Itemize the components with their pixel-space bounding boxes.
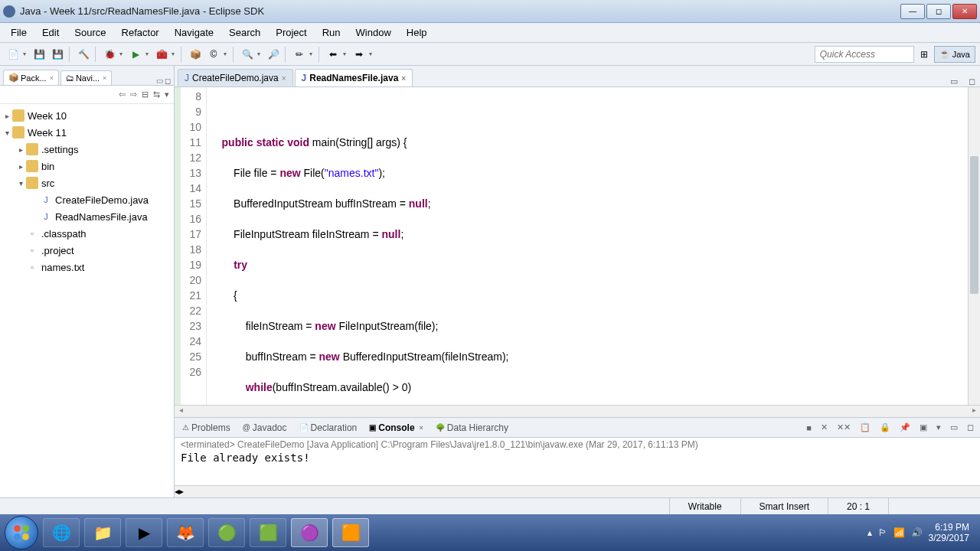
link-editor-icon[interactable]: ⇆ xyxy=(153,90,160,99)
tree-file-names[interactable]: ▫ names.txt xyxy=(2,259,172,276)
package-explorer-tab[interactable]: 📦 Pack... × xyxy=(3,70,59,85)
menu-edit[interactable]: Edit xyxy=(34,24,67,41)
menu-search[interactable]: Search xyxy=(221,24,268,41)
open-type-icon[interactable]: 🔍 xyxy=(239,46,256,63)
editor-vertical-scrollbar[interactable] xyxy=(968,87,980,405)
expand-icon[interactable]: ▸ xyxy=(2,112,12,120)
close-tab-icon[interactable]: × xyxy=(401,74,406,83)
close-icon[interactable]: × xyxy=(420,424,423,432)
remove-launch-icon[interactable]: ✕ xyxy=(819,422,829,432)
fwd-nav-icon[interactable]: ⇨ xyxy=(130,90,137,99)
menu-source[interactable]: Source xyxy=(67,24,113,41)
taskbar-firefox-icon[interactable]: 🦊 xyxy=(167,518,204,547)
java-perspective-button[interactable]: ☕ Java xyxy=(934,46,975,63)
taskbar-ie-icon[interactable]: 🌐 xyxy=(43,518,80,547)
editor-tab-createfiledemo[interactable]: J CreateFileDemo.java × xyxy=(178,69,293,86)
navigator-tree[interactable]: ▸ Week 10 ▾ Week 11 ▸ .settings ▸ bin ▾ xyxy=(0,104,174,497)
forward-icon[interactable]: ➡ xyxy=(351,46,368,63)
tree-file-readnamesfile[interactable]: J ReadNamesFile.java xyxy=(2,208,172,225)
debug-icon[interactable]: 🐞 xyxy=(101,46,118,63)
save-icon[interactable]: 💾 xyxy=(31,46,47,63)
declaration-tab[interactable]: 📄Declaration xyxy=(296,420,361,435)
scroll-lock-icon[interactable]: 🔒 xyxy=(878,422,892,432)
minimize-button[interactable]: — xyxy=(900,4,925,19)
tray-expand-icon[interactable]: ▴ xyxy=(867,527,872,538)
console-horizontal-scrollbar[interactable]: ◂ ▸ xyxy=(175,485,980,497)
maximize-button[interactable]: ◻ xyxy=(926,4,951,19)
ext-tools-icon[interactable]: 🧰 xyxy=(153,46,170,63)
expand-icon[interactable]: ▸ xyxy=(15,145,26,154)
tray-network-icon[interactable]: 📶 xyxy=(893,527,905,538)
system-tray[interactable]: ▴ 🏳 📶 🔊 6:19 PM 3/29/2017 xyxy=(867,522,975,543)
close-icon[interactable]: × xyxy=(50,74,54,82)
tray-volume-icon[interactable]: 🔊 xyxy=(911,527,923,538)
build-icon[interactable]: 🔨 xyxy=(75,46,92,63)
menu-run[interactable]: Run xyxy=(315,24,348,41)
scroll-right-icon[interactable]: ▸ xyxy=(968,406,980,417)
toggle-mark-icon[interactable]: ✏ xyxy=(291,46,308,63)
taskbar-eclipse-icon[interactable]: 🟣 xyxy=(291,518,328,547)
expand-icon[interactable]: ▸ xyxy=(15,162,26,171)
collapse-all-icon[interactable]: ⊟ xyxy=(142,90,149,99)
panel-maximize-icon[interactable]: ◻ xyxy=(965,422,975,432)
open-perspective-icon[interactable]: ⊞ xyxy=(916,46,933,63)
open-console-icon[interactable]: ▾ xyxy=(935,422,942,432)
tree-file-project[interactable]: ▫ .project xyxy=(2,242,172,259)
back-nav-icon[interactable]: ⇦ xyxy=(119,90,126,99)
new-class-icon[interactable]: © xyxy=(205,46,222,63)
save-all-icon[interactable]: 💾 xyxy=(49,46,66,63)
editor-minimize-icon[interactable]: ▭ xyxy=(946,77,962,86)
new-package-icon[interactable]: 📦 xyxy=(187,46,204,63)
close-button[interactable]: ✕ xyxy=(952,4,977,19)
quick-access-input[interactable] xyxy=(815,46,914,63)
run-icon[interactable]: ▶ xyxy=(127,46,144,63)
minimize-icon[interactable]: ▭ xyxy=(156,77,163,85)
remove-all-icon[interactable]: ✕✕ xyxy=(835,422,852,432)
taskbar-clock[interactable]: 6:19 PM 3/29/2017 xyxy=(929,522,969,543)
taskbar-chrome-icon[interactable]: 🟢 xyxy=(208,518,245,547)
collapse-icon[interactable]: ▾ xyxy=(15,179,26,187)
menu-window[interactable]: Window xyxy=(348,24,399,41)
tree-folder-week11[interactable]: ▾ Week 11 xyxy=(2,124,172,141)
taskbar-explorer-icon[interactable]: 📁 xyxy=(84,518,121,547)
menu-help[interactable]: Help xyxy=(399,24,435,41)
terminate-icon[interactable]: ■ xyxy=(805,423,813,432)
tree-file-createfiledemo[interactable]: J CreateFileDemo.java xyxy=(2,191,172,208)
console-tab[interactable]: ▣Console× xyxy=(366,420,426,435)
tree-folder-src[interactable]: ▾ src xyxy=(2,174,172,191)
collapse-icon[interactable]: ▾ xyxy=(2,129,12,137)
editor-horizontal-scrollbar[interactable]: ◂ ▸ xyxy=(175,405,980,417)
view-menu-icon[interactable]: ▾ xyxy=(165,90,169,99)
menu-project[interactable]: Project xyxy=(268,24,314,41)
tree-folder-settings[interactable]: ▸ .settings xyxy=(2,141,172,158)
editor-maximize-icon[interactable]: ◻ xyxy=(964,77,980,86)
scroll-right-icon[interactable]: ▸ xyxy=(179,486,184,497)
back-icon[interactable]: ⬅ xyxy=(325,46,341,63)
clear-console-icon[interactable]: 📋 xyxy=(858,422,872,432)
close-tab-icon[interactable]: × xyxy=(282,74,286,83)
code-editor[interactable]: public static void main(String[] args) {… xyxy=(207,87,968,405)
maximize-icon[interactable]: ◻ xyxy=(165,77,171,85)
close-icon[interactable]: × xyxy=(103,74,106,82)
start-button[interactable] xyxy=(5,516,38,549)
menu-file[interactable]: File xyxy=(3,24,34,41)
menu-navigate[interactable]: Navigate xyxy=(167,24,221,41)
scroll-left-icon[interactable]: ◂ xyxy=(175,406,187,417)
tree-folder-week10[interactable]: ▸ Week 10 xyxy=(2,107,172,124)
editor-tab-readnamesfile[interactable]: J ReadNamesFile.java × xyxy=(295,69,413,86)
console-output[interactable]: File already exists! xyxy=(175,452,980,485)
taskbar-app2-icon[interactable]: 🟧 xyxy=(332,518,369,547)
pin-console-icon[interactable]: 📌 xyxy=(898,422,912,432)
javadoc-tab[interactable]: @Javadoc xyxy=(240,420,290,435)
tree-file-classpath[interactable]: ▫ .classpath xyxy=(2,225,172,242)
display-console-icon[interactable]: ▣ xyxy=(918,422,929,432)
data-hierarchy-tab[interactable]: 🌳Data Hierarchy xyxy=(433,420,511,435)
taskbar-media-icon[interactable]: ▶ xyxy=(126,518,162,547)
taskbar-app1-icon[interactable]: 🟩 xyxy=(250,518,286,547)
panel-minimize-icon[interactable]: ▭ xyxy=(949,422,959,432)
new-icon[interactable]: 📄 xyxy=(5,46,21,63)
menu-refactor[interactable]: Refactor xyxy=(114,24,167,41)
search-icon[interactable]: 🔎 xyxy=(265,46,282,63)
navigator-tab[interactable]: 🗂 Navi... × xyxy=(60,70,112,85)
problems-tab[interactable]: ⚠Problems xyxy=(179,420,234,435)
